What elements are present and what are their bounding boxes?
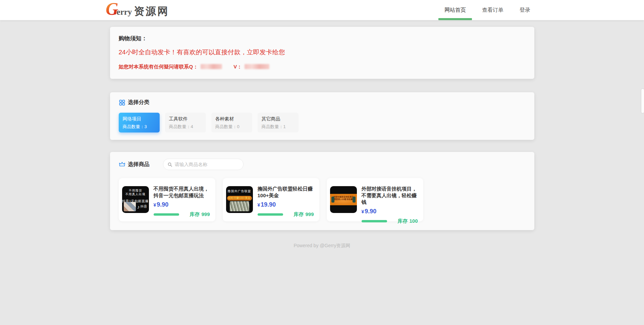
thumb-text: 撸国外广告联盟 <box>226 189 253 194</box>
notice-title: 购物须知： <box>119 35 526 42</box>
notice-contact-prefix: 如您对本系统有任何疑问请联系Q： <box>119 64 198 69</box>
nav-menu: 网站首页 查看订单 登录 <box>436 0 538 20</box>
chip-count: 商品数量：4 <box>169 124 202 129</box>
nav-item-home[interactable]: 网站首页 <box>436 0 474 20</box>
product-thumbnail: 外部对接语音挂机项目 不需要真人出镜 轻松赚钱 <box>330 186 357 213</box>
scrollbar-thumb[interactable] <box>641 89 644 113</box>
crown-icon <box>119 161 125 168</box>
product-thumbnail: 撸国外广告联盟 轻松日赚100+美金 <box>226 186 253 213</box>
notice-card: 购物须知： 24小时全自动发卡！有喜欢的可以直接付款，立即发卡给您 如您对本系统… <box>110 27 534 79</box>
brand-name-latin: erry <box>117 7 132 17</box>
thumb-text: 不用囤货 <box>122 189 149 193</box>
stock-label: 库存999 <box>293 211 314 218</box>
product-search-input[interactable] <box>175 162 239 167</box>
navbar: G erry 资源网 网站首页 查看订单 登录 <box>0 0 644 20</box>
product-title: 撸国外广告联盟轻松日赚100+美金 <box>258 185 314 199</box>
brand-name-cn: 资源网 <box>134 4 169 18</box>
stock-label: 库存999 <box>190 211 210 218</box>
chip-name: 工具软件 <box>169 116 202 122</box>
product-price: ¥9.90 <box>362 208 418 215</box>
nav-item-orders[interactable]: 查看订单 <box>474 0 512 20</box>
product-list: 不用囤货 不用真人出境 抖音1元包邮直播 ♪ 抖音 不用囤货不用真人出境，抖音一… <box>119 178 526 221</box>
notice-contact-line: 如您对本系统有任何疑问请联系Q： V： <box>119 64 526 69</box>
product-card-ad-alliance[interactable]: 撸国外广告联盟 轻松日赚100+美金 撸国外广告联盟轻松日赚100+美金 ¥19… <box>223 178 319 221</box>
stock-bar <box>154 213 179 216</box>
category-chip-tools-software[interactable]: 工具软件 商品数量：4 <box>165 113 206 132</box>
grid-icon <box>119 99 125 106</box>
chip-count: 商品数量：0 <box>215 124 248 129</box>
notice-main-line: 24小时全自动发卡！有喜欢的可以直接付款，立即发卡给您 <box>119 48 526 56</box>
nav-item-login[interactable]: 登录 <box>512 0 538 20</box>
tiktok-logo: ♪ 抖音 <box>137 204 147 210</box>
censored-qq-number <box>201 64 222 69</box>
chip-name: 各种素材 <box>215 116 248 122</box>
music-note-icon: ♪ <box>137 204 140 210</box>
stock-bar <box>258 213 283 216</box>
category-header: 选择分类 <box>119 99 526 106</box>
currency-symbol: ¥ <box>258 202 260 208</box>
product-card-voice-hangup[interactable]: 外部对接语音挂机项目 不需要真人出镜 轻松赚钱 外部对接语音挂机项目，不需要真人… <box>327 178 423 221</box>
products-title: 选择商品 <box>128 161 150 168</box>
chip-count: 商品数量：3 <box>123 124 156 129</box>
chip-name: 网络项目 <box>123 116 156 122</box>
brand-logo[interactable]: G erry 资源网 <box>106 2 169 18</box>
currency-symbol: ¥ <box>154 202 156 208</box>
product-thumbnail: 不用囤货 不用真人出境 抖音1元包邮直播 ♪ 抖音 <box>122 186 149 213</box>
category-title: 选择分类 <box>128 99 150 106</box>
stock-label: 库存100 <box>397 218 418 224</box>
category-card: 选择分类 网络项目 商品数量：3 工具软件 商品数量：4 各种素材 商品数量：0… <box>110 92 534 140</box>
stock-bar <box>362 220 387 222</box>
product-price: ¥19.90 <box>258 201 314 208</box>
category-chip-row: 网络项目 商品数量：3 工具软件 商品数量：4 各种素材 商品数量：0 其它商品… <box>119 113 526 132</box>
products-card: 选择商品 不用囤货 不用真人出境 抖音1元包邮直播 ♪ <box>110 152 534 230</box>
product-search-box <box>163 159 244 170</box>
thumb-text: 不用真人出境 <box>122 193 149 196</box>
footer-powered-by: Powered by @Gerry资源网 <box>110 243 534 249</box>
products-header: 选择商品 <box>119 159 526 170</box>
product-title: 不用囤货不用真人出境，抖音一元包邮直播玩法 <box>154 185 210 199</box>
category-chip-network-projects[interactable]: 网络项目 商品数量：3 <box>119 113 160 132</box>
thumb-orange-banner: 外部对接语音挂机项目 不需要真人出镜 轻松赚钱 <box>330 194 357 205</box>
search-icon <box>167 162 172 167</box>
product-title: 外部对接语音挂机项目，不需要真人出镜，轻松赚钱 <box>362 185 418 206</box>
thumb-photo-collage <box>124 202 136 211</box>
category-chip-other-goods[interactable]: 其它商品 商品数量：1 <box>258 113 299 132</box>
product-card-douyin-livestream[interactable]: 不用囤货 不用真人出境 抖音1元包邮直播 ♪ 抖音 不用囤货不用真人出境，抖音一… <box>119 178 215 221</box>
notice-contact-v-label: V： <box>233 64 242 69</box>
product-price: ¥9.90 <box>154 201 210 208</box>
thumb-text: 外部对接语音挂机项目 不需要真人出镜 轻松赚钱 <box>330 194 357 201</box>
currency-symbol: ¥ <box>362 209 364 214</box>
thumb-badge: 轻松日赚100+美金 <box>227 196 252 201</box>
category-chip-materials[interactable]: 各种素材 商品数量：0 <box>211 113 252 132</box>
thumb-money-photo <box>230 201 249 211</box>
chip-count: 商品数量：1 <box>262 124 294 129</box>
chip-name: 其它商品 <box>262 116 294 122</box>
censored-wechat-id <box>245 64 269 69</box>
